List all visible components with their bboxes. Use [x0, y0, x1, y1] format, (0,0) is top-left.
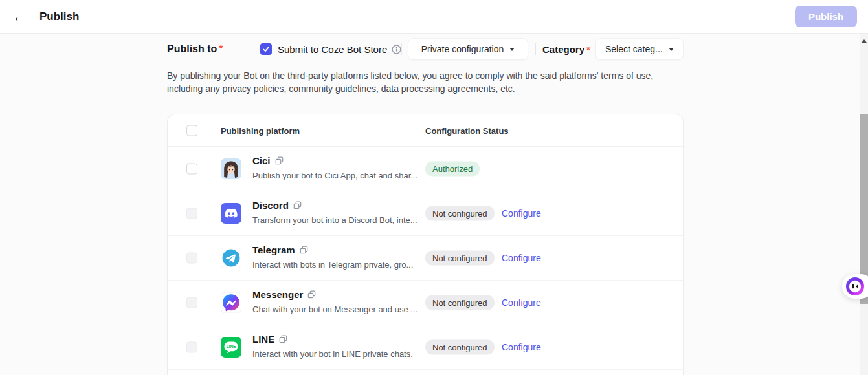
- table-row-telegram: Telegram Interact with bots in Telegram …: [168, 236, 683, 281]
- back-arrow-icon: ←: [13, 9, 27, 25]
- status-badge: Not configured: [425, 251, 495, 266]
- copy-icon[interactable]: [293, 201, 302, 209]
- page-title: Publish: [39, 10, 79, 23]
- platform-name: Telegram: [252, 244, 295, 255]
- required-asterisk: *: [586, 44, 590, 55]
- robot-face-icon: [845, 277, 865, 296]
- copy-icon[interactable]: [279, 335, 287, 343]
- store-checkbox[interactable]: [260, 43, 272, 55]
- row-checkbox: [186, 208, 197, 219]
- platform-name: Discord: [252, 200, 289, 211]
- publish-controls-row: Publish to* Submit to Coze Bot Store Pri…: [0, 38, 868, 60]
- top-bar: ← Publish Publish: [0, 0, 868, 34]
- platform-name: LINE: [252, 334, 274, 345]
- platform-description: Transform your bot into a Discord Bot, i…: [252, 215, 417, 225]
- chevron-down-icon: [669, 48, 674, 51]
- divider: [535, 43, 536, 55]
- row-checkbox: [186, 297, 197, 308]
- status-badge: Not configured: [425, 295, 495, 310]
- platform-description: Publish your bot to Cici App, chat and s…: [252, 171, 417, 180]
- copy-icon[interactable]: [300, 246, 308, 254]
- table-row-discord: Discord Transform your bot into a Discor…: [168, 191, 683, 236]
- row-checkbox: [186, 253, 197, 264]
- configure-link[interactable]: Configure: [502, 253, 541, 263]
- configure-link[interactable]: Configure: [502, 342, 541, 352]
- cici-avatar-icon: [221, 158, 241, 179]
- status-badge: Not configured: [425, 206, 495, 221]
- status-badge: Not configured: [425, 340, 495, 355]
- configure-link[interactable]: Configure: [502, 208, 541, 219]
- row-checkbox[interactable]: [186, 164, 197, 175]
- copy-icon[interactable]: [275, 156, 284, 165]
- row-checkbox: [186, 342, 197, 353]
- platform-description: Interact with your bot in LINE private c…: [252, 349, 413, 359]
- select-all-checkbox[interactable]: [186, 125, 197, 136]
- platform-description: Chat with your bot on Messenger and use …: [252, 305, 417, 314]
- table-row-line: LINE LINE Interact with your bot in LINE…: [168, 325, 683, 370]
- visibility-dropdown[interactable]: Private configuration: [408, 38, 528, 60]
- platform-name: Cici: [252, 155, 271, 166]
- telegram-logo-icon: [221, 248, 241, 268]
- table-row-messenger: Messenger Chat with your bot on Messenge…: [168, 281, 683, 325]
- publish-button[interactable]: Publish: [795, 6, 857, 27]
- platform-name: Messenger: [252, 289, 303, 300]
- platform-description: Interact with bots in Telegram private, …: [252, 260, 413, 270]
- store-checkbox-label: Submit to Coze Bot Store: [278, 44, 387, 55]
- table-row-cici: Cici Publish your bot to Cici App, chat …: [168, 147, 683, 191]
- back-button[interactable]: ←: [10, 8, 28, 26]
- assistant-chat-bubble[interactable]: [842, 274, 868, 299]
- store-checkbox-group: Submit to Coze Bot Store: [260, 43, 401, 55]
- discord-logo-icon: [221, 203, 241, 224]
- category-label: Category*: [542, 44, 590, 55]
- chevron-down-icon: [509, 48, 515, 51]
- vertical-scrollbar[interactable]: [860, 34, 868, 375]
- publish-to-label: Publish to*: [167, 43, 223, 55]
- scrollbar-up-arrow-icon[interactable]: [862, 39, 867, 43]
- platform-table-card: Publishing platform Configuration Status…: [167, 114, 684, 375]
- check-icon: [262, 45, 270, 53]
- svg-text:LINE: LINE: [227, 344, 236, 348]
- configure-link[interactable]: Configure: [502, 297, 541, 308]
- line-logo-icon: LINE: [221, 337, 241, 358]
- column-header-platform: Publishing platform: [221, 125, 300, 135]
- category-dropdown[interactable]: Select categ...: [595, 38, 684, 60]
- disclaimer-text: By publishing your Bot on the third-part…: [167, 69, 682, 95]
- messenger-logo-icon: [221, 292, 241, 313]
- info-icon[interactable]: [392, 45, 401, 54]
- main-content: Publish to* Submit to Coze Bot Store Pri…: [0, 34, 868, 375]
- status-badge: Authorized: [425, 162, 480, 177]
- divider: [401, 43, 402, 55]
- copy-icon[interactable]: [307, 290, 316, 299]
- required-asterisk: *: [219, 43, 223, 54]
- table-header-row: Publishing platform Configuration Status: [168, 114, 683, 147]
- column-header-status: Configuration Status: [425, 125, 509, 135]
